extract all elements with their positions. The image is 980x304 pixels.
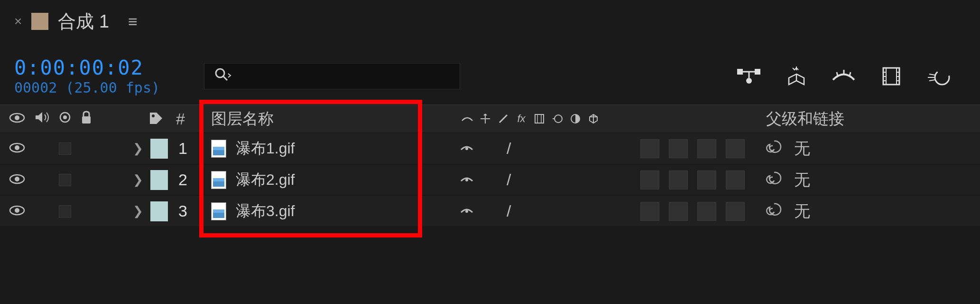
layer-name-cell[interactable]: 瀑布1.gif <box>199 138 446 159</box>
svg-point-37 <box>465 179 468 181</box>
svg-line-5 <box>837 72 838 76</box>
parent-column-header[interactable]: 父级和链接 <box>754 108 980 130</box>
layer-row[interactable]: ❯ 2 瀑布2.gif / 无 <box>0 164 980 196</box>
layer-row[interactable]: ❯ 3 瀑布3.gif / 无 <box>0 196 980 227</box>
pickwhip-icon[interactable] <box>766 201 782 221</box>
layer-mode-cell <box>621 139 754 158</box>
frame-blend-switch-icon[interactable] <box>532 112 546 126</box>
column-header-row: # 图层名称 fx 父级和链接 <box>0 104 980 133</box>
quality-slash[interactable]: / <box>507 139 511 158</box>
mode-box[interactable] <box>697 202 716 221</box>
parent-cell: 无 <box>754 138 980 160</box>
svg-point-19 <box>15 115 19 120</box>
adjustment-switch-icon[interactable] <box>568 112 582 126</box>
index-column-header[interactable]: # <box>176 110 185 128</box>
parent-cell: 无 <box>754 169 980 191</box>
svg-rect-26 <box>535 114 544 123</box>
pickwhip-icon[interactable] <box>766 170 782 190</box>
gif-file-icon <box>211 140 226 158</box>
svg-line-7 <box>850 72 851 76</box>
solo-column-icon[interactable] <box>59 111 71 127</box>
layer-name-cell[interactable]: 瀑布2.gif <box>199 170 446 190</box>
visibility-eye-icon[interactable] <box>9 205 26 218</box>
expand-arrow-icon[interactable]: ❯ <box>133 172 143 187</box>
svg-line-1 <box>223 76 227 80</box>
close-tab-icon[interactable]: × <box>14 14 22 29</box>
svg-point-29 <box>555 115 562 123</box>
layer-row[interactable]: ❯ 1 瀑布1.gif / 无 <box>0 133 980 164</box>
search-icon <box>214 67 233 86</box>
eye-column-icon[interactable] <box>9 111 26 127</box>
layer-index: 2 <box>175 171 187 189</box>
mode-box[interactable] <box>726 139 745 158</box>
collapse-switch-icon[interactable] <box>478 112 492 126</box>
frame-blend-icon[interactable] <box>878 63 904 89</box>
layer-label-color[interactable] <box>150 170 168 190</box>
svg-point-23 <box>152 114 155 117</box>
comp-flowchart-icon[interactable] <box>736 63 762 89</box>
svg-rect-3 <box>755 69 760 75</box>
mode-box[interactable] <box>726 202 745 221</box>
parent-value[interactable]: 无 <box>794 169 810 191</box>
mode-box[interactable] <box>640 171 659 190</box>
mode-box[interactable] <box>669 139 688 158</box>
speaker-column-icon[interactable] <box>34 111 50 127</box>
parent-value[interactable]: 无 <box>794 138 810 160</box>
mode-box[interactable] <box>697 171 716 190</box>
layer-search-input[interactable] <box>204 63 460 89</box>
comp-name[interactable]: 合成 1 <box>58 10 109 34</box>
parent-cell: 无 <box>754 200 980 222</box>
expand-arrow-icon[interactable]: ❯ <box>133 141 143 156</box>
lock-column-icon[interactable] <box>80 110 93 128</box>
mode-box[interactable] <box>726 171 745 190</box>
visibility-eye-icon[interactable] <box>9 173 26 187</box>
svg-point-39 <box>15 208 19 213</box>
layer-switches: / <box>446 202 621 220</box>
layer-name-text: 瀑布3.gif <box>236 201 295 222</box>
svg-point-36 <box>15 177 19 181</box>
shy-toggle[interactable] <box>460 174 473 186</box>
shy-toggle[interactable] <box>460 143 473 154</box>
visibility-eye-icon[interactable] <box>9 142 26 155</box>
expand-arrow-icon[interactable]: ❯ <box>133 204 143 218</box>
layer-name-column-header[interactable]: 图层名称 <box>199 108 446 130</box>
label-column-icon[interactable] <box>148 111 164 127</box>
layer-mode-cell <box>621 171 754 190</box>
svg-point-4 <box>746 78 752 84</box>
motion-blur-icon[interactable] <box>925 63 952 89</box>
switches-column-header: fx <box>446 112 621 126</box>
mode-box[interactable] <box>640 202 659 221</box>
shy-layers-icon[interactable] <box>831 63 857 89</box>
draft-3d-icon[interactable] <box>783 63 809 89</box>
quality-switch-icon[interactable] <box>496 112 510 126</box>
layer-label-color[interactable] <box>150 201 168 221</box>
av-toggle-header <box>0 110 133 128</box>
panel-menu-icon[interactable]: ≡ <box>128 12 138 31</box>
mode-box[interactable] <box>640 139 659 158</box>
current-timecode[interactable]: 0:00:00:02 <box>14 56 199 79</box>
shy-switch-icon[interactable] <box>460 112 474 126</box>
svg-rect-22 <box>82 116 91 124</box>
parent-value[interactable]: 无 <box>794 200 810 222</box>
timeline-toolbar <box>736 63 952 89</box>
3d-switch-icon[interactable] <box>586 112 601 126</box>
quality-slash[interactable]: / <box>507 171 511 189</box>
solo-toggle[interactable] <box>59 205 71 218</box>
layer-label-color[interactable] <box>150 139 168 159</box>
mode-box[interactable] <box>669 171 688 190</box>
timeline-panel-header: × 合成 1 ≡ <box>0 0 980 48</box>
fx-switch-icon[interactable]: fx <box>514 112 528 126</box>
mode-box[interactable] <box>697 139 716 158</box>
quality-slash[interactable]: / <box>507 202 511 220</box>
layer-name-cell[interactable]: 瀑布3.gif <box>199 201 446 222</box>
gif-file-icon <box>211 171 226 189</box>
solo-toggle[interactable] <box>59 174 71 186</box>
svg-point-0 <box>216 69 224 77</box>
motion-blur-switch-icon[interactable] <box>550 112 564 126</box>
solo-toggle[interactable] <box>59 142 71 155</box>
shy-toggle[interactable] <box>460 206 473 217</box>
mode-box[interactable] <box>669 202 688 221</box>
layer-name-text: 瀑布2.gif <box>236 170 295 190</box>
pickwhip-icon[interactable] <box>766 139 782 159</box>
svg-point-40 <box>465 210 468 213</box>
